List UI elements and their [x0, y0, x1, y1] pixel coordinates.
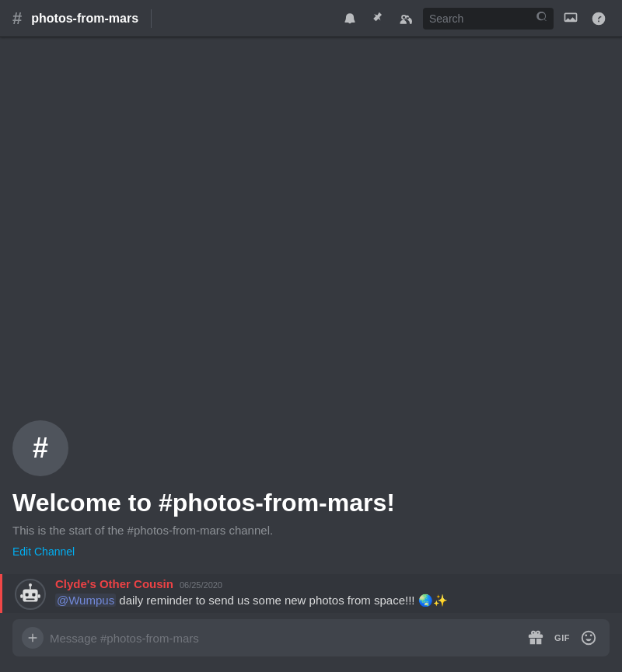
- search-bar[interactable]: [423, 8, 554, 30]
- channel-hash-icon: #: [33, 434, 48, 462]
- channel-name: photos-from-mars: [31, 12, 138, 26]
- message-author[interactable]: Clyde's Other Cousin: [55, 577, 173, 590]
- svg-rect-6: [20, 594, 23, 598]
- channel-icon-circle: #: [12, 420, 68, 476]
- message-text: @Wumpus daily reminder to send us some n…: [55, 592, 610, 608]
- message-body: daily reminder to send us some new photo…: [116, 594, 448, 607]
- header-actions: [339, 8, 610, 30]
- pinned-messages-icon[interactable]: [367, 8, 389, 30]
- emoji-button[interactable]: [577, 626, 600, 649]
- message-input-area: GIF: [0, 619, 622, 672]
- mention-tag[interactable]: @Wumpus: [55, 594, 116, 607]
- message-input-box: GIF: [12, 619, 610, 656]
- add-attachment-button[interactable]: [22, 627, 44, 649]
- svg-rect-1: [26, 593, 29, 596]
- message-input[interactable]: [50, 621, 518, 656]
- svg-rect-5: [26, 599, 34, 601]
- search-input[interactable]: [429, 12, 532, 25]
- welcome-subtitle: This is the start of the #photos-from-ma…: [12, 524, 610, 537]
- help-icon[interactable]: [588, 8, 610, 30]
- header-divider: [151, 9, 152, 28]
- gif-button[interactable]: GIF: [550, 626, 574, 649]
- svg-rect-7: [38, 594, 40, 598]
- search-icon: [536, 12, 547, 25]
- main-content: # Welcome to #photos-from-mars! This is …: [0, 37, 622, 672]
- inbox-icon[interactable]: [560, 8, 582, 30]
- chat-area: # Welcome to #photos-from-mars! This is …: [0, 37, 622, 619]
- members-icon[interactable]: [395, 8, 417, 30]
- message-timestamp: 06/25/2020: [180, 580, 222, 590]
- message-content: Clyde's Other Cousin 06/25/2020 @Wumpus …: [55, 577, 610, 610]
- gift-button[interactable]: [524, 626, 547, 649]
- avatar: [15, 579, 46, 610]
- message-list: Clyde's Other Cousin 06/25/2020 @Wumpus …: [0, 565, 622, 619]
- hash-icon: #: [12, 9, 22, 29]
- welcome-section: # Welcome to #photos-from-mars! This is …: [0, 408, 622, 565]
- gif-label: GIF: [554, 633, 570, 642]
- message-header: Clyde's Other Cousin 06/25/2020: [55, 577, 610, 590]
- svg-rect-2: [32, 593, 35, 596]
- channel-header: # photos-from-mars: [0, 0, 622, 37]
- notification-icon[interactable]: [339, 8, 361, 30]
- svg-point-4: [29, 583, 32, 587]
- welcome-title: Welcome to #photos-from-mars!: [12, 489, 610, 517]
- table-row: Clyde's Other Cousin 06/25/2020 @Wumpus …: [0, 574, 622, 613]
- input-actions: GIF: [524, 626, 600, 649]
- edit-channel-link[interactable]: Edit Channel: [12, 545, 75, 558]
